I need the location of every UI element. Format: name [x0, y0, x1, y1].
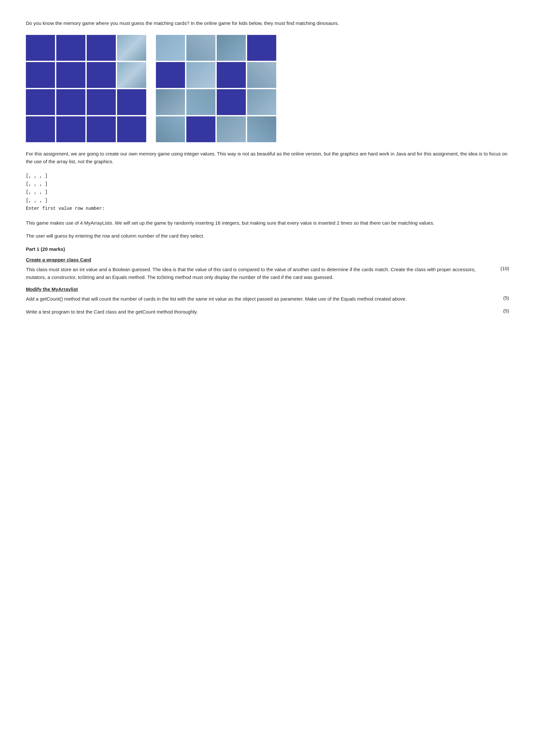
grid-cell — [87, 89, 116, 115]
grid-cell-dino — [117, 35, 146, 61]
grid-cell-dino — [217, 116, 246, 142]
getcount-marks: (5) — [503, 295, 509, 301]
code-block: [, , , ] [, , , ] [, , , ] [, , , ] Ente… — [26, 172, 509, 213]
code-line-1: [, , , ] — [26, 172, 509, 180]
create-card-section: This class must store an int value and a… — [26, 266, 509, 281]
create-card-marks: (10) — [500, 266, 509, 271]
game-description-2: The user will guess by entering the row … — [26, 232, 509, 240]
test-program-section: Write a test program to test the Card cl… — [26, 308, 509, 316]
create-card-text: This class must store an int value and a… — [26, 266, 494, 281]
grid-cell — [56, 62, 85, 88]
grid-cell — [56, 35, 85, 61]
grid-cell — [26, 89, 55, 115]
grid-cell-dino — [156, 116, 185, 142]
grid-cell — [247, 35, 276, 61]
intro-paragraph1: Do you know the memory game where you mu… — [26, 19, 509, 27]
grid-cell — [87, 35, 116, 61]
code-line-4: [, , , ] — [26, 197, 509, 204]
getcount-section: Add a getCount() method that will count … — [26, 295, 509, 303]
grid-cell — [26, 35, 55, 61]
grid-cell-dino — [247, 89, 276, 115]
grid-cell-dino — [186, 89, 215, 115]
grid-cell-dino — [186, 35, 215, 61]
game-images-section — [26, 35, 509, 142]
code-line-3: [, , , ] — [26, 188, 509, 196]
code-line-2: [, , , ] — [26, 180, 509, 188]
description-paragraph2: For this assignment, we are going to cre… — [26, 150, 509, 166]
left-grid — [26, 35, 146, 142]
grid-cell — [186, 116, 215, 142]
grid-cell-dino — [186, 62, 215, 88]
grid-cell — [26, 62, 55, 88]
code-line-5: Enter first value row number: — [26, 204, 509, 213]
grid-cell — [56, 116, 85, 142]
grid-cell — [87, 116, 116, 142]
grid-cell — [117, 89, 146, 115]
grid-cell-dino — [117, 62, 146, 88]
grid-cell-dino — [217, 35, 246, 61]
grid-cell — [56, 89, 85, 115]
modify-arraylist-header: Modify the MyArraylist — [26, 286, 509, 292]
test-program-marks: (5) — [503, 308, 509, 313]
grid-cell-dino — [247, 116, 276, 142]
test-program-text: Write a test program to test the Card cl… — [26, 308, 497, 316]
right-grid — [156, 35, 276, 142]
create-card-header: Create a wrapper class Card — [26, 257, 509, 262]
grid-cell — [156, 62, 185, 88]
grid-cell-dino — [247, 62, 276, 88]
grid-cell — [217, 62, 246, 88]
grid-cell — [26, 116, 55, 142]
game-description-1: This game makes use of 4 MyArrayLists. W… — [26, 219, 509, 227]
grid-cell-dino — [156, 35, 185, 61]
part1-header: Part 1 (20 marks) — [26, 246, 509, 252]
grid-cell — [87, 62, 116, 88]
getcount-text: Add a getCount() method that will count … — [26, 295, 497, 303]
grid-cell — [217, 89, 246, 115]
grid-cell — [117, 116, 146, 142]
grid-cell-dino — [156, 89, 185, 115]
